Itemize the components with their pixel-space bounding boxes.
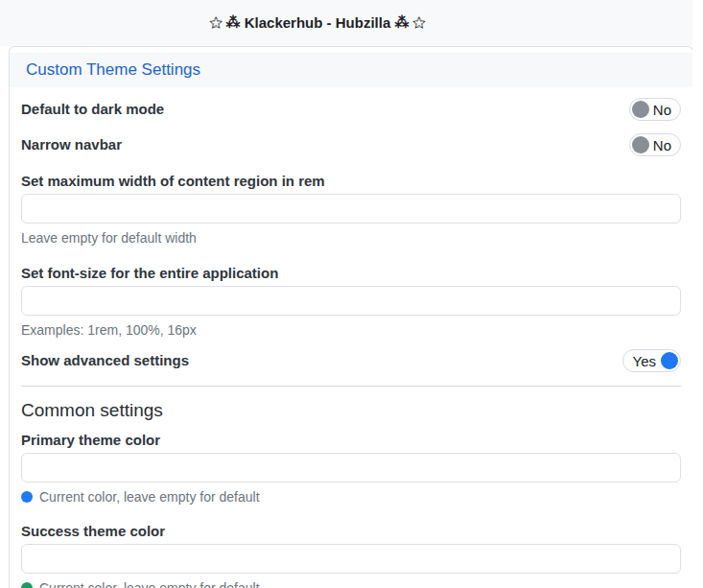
setting-row-dark-mode: Default to dark mode No (21, 98, 681, 121)
toggle-knob-icon (661, 352, 678, 369)
advanced-settings-toggle-state: Yes (633, 353, 656, 369)
toggle-knob-icon (632, 101, 649, 118)
narrow-navbar-label: Narrow navbar (21, 135, 122, 154)
font-size-label: Set font-size for the entire application (21, 264, 681, 283)
narrow-navbar-toggle-state: No (653, 137, 671, 153)
setting-row-narrow-navbar: Narrow navbar No (21, 133, 681, 156)
max-width-help: Leave empty for default width (21, 229, 681, 247)
primary-color-dot-icon (21, 491, 33, 503)
dark-mode-toggle-state: No (653, 102, 671, 118)
success-color-dot-icon (21, 582, 33, 588)
primary-color-input[interactable] (21, 453, 681, 482)
narrow-navbar-toggle[interactable]: No (629, 133, 681, 156)
advanced-settings-label: Show advanced settings (21, 351, 189, 370)
setting-row-advanced: Show advanced settings Yes (21, 349, 681, 372)
site-title: ✩ ⁂ Klackerhub - Hubzilla ⁂ ✩ (0, 14, 635, 32)
success-color-label: Success theme color (21, 522, 681, 541)
success-color-help-text: Current color, leave empty for default (39, 580, 260, 588)
max-width-label: Set maximum width of content region in r… (21, 172, 681, 191)
common-settings-heading: Common settings (21, 398, 681, 423)
top-navbar: ✩ ⁂ Klackerhub - Hubzilla ⁂ ✩ (0, 0, 692, 46)
dark-mode-label: Default to dark mode (21, 100, 164, 119)
font-size-help: Examples: 1rem, 100%, 16px (21, 321, 681, 339)
scrollbar-track[interactable] (692, 0, 703, 588)
primary-color-label: Primary theme color (21, 431, 681, 450)
panel-title: Custom Theme Settings (10, 53, 692, 87)
advanced-settings-toggle[interactable]: Yes (622, 349, 681, 372)
dark-mode-toggle[interactable]: No (629, 98, 681, 121)
font-size-input[interactable] (21, 286, 681, 316)
success-color-help: Current color, leave empty for default (21, 579, 681, 588)
custom-theme-settings-panel: Custom Theme Settings Default to dark mo… (9, 46, 693, 588)
success-color-input[interactable] (21, 544, 681, 574)
primary-color-help: Current color, leave empty for default (21, 488, 681, 506)
toggle-knob-icon (632, 136, 649, 153)
primary-color-help-text: Current color, leave empty for default (39, 489, 260, 505)
max-width-input[interactable] (21, 194, 681, 223)
section-divider (21, 386, 681, 387)
